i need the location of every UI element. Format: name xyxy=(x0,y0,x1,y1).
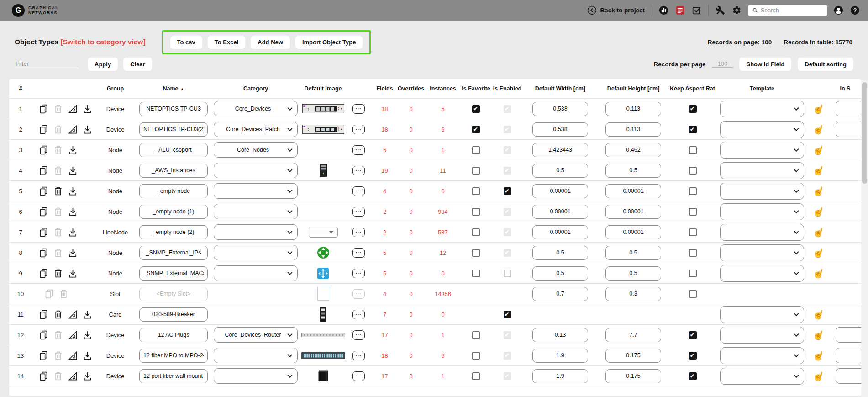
is-favorite-checkbox[interactable] xyxy=(472,270,480,277)
fields-count[interactable]: 5 xyxy=(383,249,386,256)
hand-pointer-icon[interactable]: ☝ xyxy=(812,205,826,218)
export-icon[interactable] xyxy=(82,330,93,340)
in-sync-input[interactable] xyxy=(836,101,861,116)
default-width-input[interactable] xyxy=(532,369,588,383)
ellipsis-button[interactable]: ... xyxy=(352,269,365,278)
is-favorite-checkbox[interactable] xyxy=(472,105,480,113)
delete-icon[interactable] xyxy=(53,309,63,320)
user-icon[interactable] xyxy=(834,5,843,15)
in-sync-input[interactable] xyxy=(836,122,861,137)
template-select[interactable] xyxy=(720,183,804,200)
name-input[interactable] xyxy=(139,287,208,301)
keep-aspect-ratio-checkbox[interactable] xyxy=(689,249,697,257)
col-header-template[interactable]: Template xyxy=(715,85,809,92)
measure-icon[interactable] xyxy=(68,371,78,381)
ellipsis-button[interactable]: ... xyxy=(352,248,365,258)
copy-icon[interactable] xyxy=(38,350,49,361)
export-icon[interactable] xyxy=(68,165,78,176)
default-width-input[interactable] xyxy=(532,266,588,281)
delete-icon[interactable] xyxy=(53,186,63,196)
template-select[interactable] xyxy=(720,265,804,282)
default-height-input[interactable] xyxy=(605,246,661,260)
overrides-count[interactable]: 0 xyxy=(409,167,412,174)
default-height-input[interactable] xyxy=(605,287,661,301)
overrides-count[interactable]: 0 xyxy=(409,188,412,195)
name-input[interactable] xyxy=(139,307,208,322)
copy-icon[interactable] xyxy=(38,330,49,340)
default-sorting-button[interactable]: Default sorting xyxy=(798,58,853,71)
is-enabled-checkbox[interactable] xyxy=(504,187,511,195)
template-select[interactable] xyxy=(720,101,804,117)
is-enabled-checkbox[interactable] xyxy=(504,311,511,318)
default-height-input[interactable] xyxy=(605,328,661,342)
keep-aspect-ratio-checkbox[interactable] xyxy=(689,187,697,195)
name-input[interactable] xyxy=(139,266,208,281)
help-icon[interactable]: ? xyxy=(850,5,860,15)
default-height-input[interactable] xyxy=(605,349,661,363)
back-to-project-button[interactable]: Back to project xyxy=(587,5,645,15)
default-height-input[interactable] xyxy=(605,164,661,178)
col-header-default-width[interactable]: Default Width [cm] xyxy=(524,85,597,92)
export-icon[interactable] xyxy=(68,227,78,238)
hand-pointer-icon[interactable]: ☝ xyxy=(812,307,826,321)
hand-pointer-icon[interactable]: ☝ xyxy=(812,143,826,156)
fields-count[interactable]: 18 xyxy=(381,126,388,133)
name-input[interactable] xyxy=(139,328,208,342)
copy-icon[interactable] xyxy=(38,206,49,217)
hand-pointer-icon[interactable]: ☝ xyxy=(812,246,826,259)
ellipsis-button[interactable]: ... xyxy=(352,125,365,134)
measure-icon[interactable] xyxy=(68,330,78,340)
col-header-is-favorite[interactable]: Is Favorite xyxy=(461,85,491,92)
export-icon[interactable] xyxy=(82,104,93,114)
apply-button[interactable]: Apply xyxy=(88,58,118,71)
show-id-field-button[interactable]: Show Id Field xyxy=(739,58,791,71)
col-header-category[interactable]: Category xyxy=(210,85,301,92)
ellipsis-button[interactable]: ... xyxy=(352,330,365,340)
instances-count[interactable]: 6 xyxy=(441,352,444,359)
fields-count[interactable]: 2 xyxy=(383,229,386,236)
copy-icon[interactable] xyxy=(38,268,49,279)
instances-count[interactable]: 0 xyxy=(441,270,444,277)
name-input[interactable] xyxy=(139,225,208,239)
category-select[interactable] xyxy=(214,245,298,260)
category-select[interactable] xyxy=(214,224,298,240)
category-select[interactable]: Core_Nodes xyxy=(214,142,298,158)
fields-count[interactable]: 2 xyxy=(383,208,386,215)
copy-icon[interactable] xyxy=(38,371,49,381)
clear-button[interactable]: Clear xyxy=(123,58,152,71)
default-width-input[interactable] xyxy=(532,164,588,178)
is-favorite-checkbox[interactable] xyxy=(472,167,480,175)
stats-icon[interactable] xyxy=(659,5,668,15)
default-width-input[interactable] xyxy=(532,122,588,137)
hand-pointer-icon[interactable]: ☝ xyxy=(812,328,826,341)
ellipsis-button[interactable]: ... xyxy=(352,104,365,114)
col-header-default-height[interactable]: Default Height [cm] xyxy=(597,85,670,92)
fields-count[interactable]: 5 xyxy=(383,147,386,154)
overrides-count[interactable]: 0 xyxy=(409,208,412,215)
overrides-count[interactable]: 0 xyxy=(409,249,412,256)
hand-pointer-icon[interactable]: ☝ xyxy=(812,184,826,197)
col-header-default-image[interactable]: Default Image xyxy=(301,85,345,92)
copy-icon[interactable] xyxy=(38,186,49,196)
export-icon[interactable] xyxy=(68,268,78,279)
instances-count[interactable]: 6 xyxy=(441,126,444,133)
template-select[interactable] xyxy=(720,368,804,385)
hand-pointer-icon[interactable]: ☝ xyxy=(812,122,826,136)
template-select[interactable] xyxy=(720,327,804,344)
copy-icon[interactable] xyxy=(38,124,49,135)
hand-pointer-icon[interactable]: ☝ xyxy=(812,225,826,238)
col-header-overrides[interactable]: Overrides xyxy=(397,85,425,92)
gear-icon[interactable] xyxy=(732,5,742,15)
tools-icon[interactable] xyxy=(715,5,725,15)
overrides-count[interactable]: 0 xyxy=(409,270,412,277)
is-favorite-checkbox[interactable] xyxy=(472,228,480,236)
overrides-count[interactable]: 0 xyxy=(409,229,412,236)
is-favorite-checkbox[interactable] xyxy=(472,208,480,216)
default-width-input[interactable] xyxy=(532,349,588,363)
keep-aspect-ratio-checkbox[interactable] xyxy=(689,290,697,298)
default-height-input[interactable] xyxy=(605,122,661,137)
name-input[interactable] xyxy=(139,102,208,116)
copy-icon[interactable] xyxy=(38,165,49,176)
export-icon[interactable] xyxy=(82,350,93,361)
ellipsis-button[interactable]: ... xyxy=(352,145,365,155)
